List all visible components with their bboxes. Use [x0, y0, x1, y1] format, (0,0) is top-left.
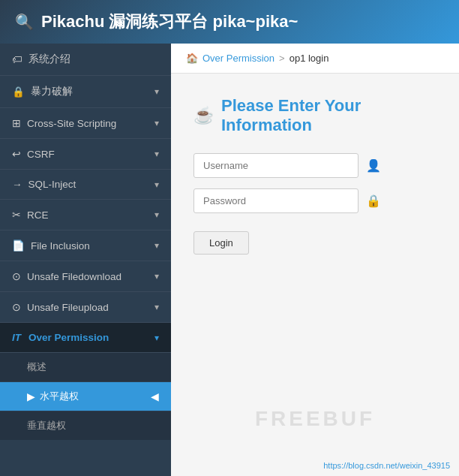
breadcrumb: 🏠 Over Permission > op1 login	[171, 44, 459, 74]
download-icon: ⊙	[12, 270, 21, 282]
chevron-down-icon: ▾	[154, 271, 159, 282]
sidebar-label-overpermission: Over Permission	[28, 332, 109, 343]
sidebar-item-bruteforce[interactable]: 🔒 暴力破解 ▾	[0, 76, 171, 108]
it-permission-icon: IT	[12, 332, 21, 343]
chevron-down-icon: ▾	[154, 302, 159, 312]
username-input[interactable]	[194, 153, 358, 178]
footer-url: https://blog.csdn.net/weixin_43915	[323, 461, 450, 470]
active-arrow-icon: ◀	[151, 390, 159, 402]
sidebar-label-intro: 系统介绍	[28, 53, 70, 66]
lock-icon: 🔒	[366, 194, 381, 208]
lock-icon: 🔒	[12, 86, 25, 98]
breadcrumb-parent[interactable]: Over Permission	[202, 53, 274, 64]
csrf-icon: ↩	[12, 148, 21, 160]
sidebar-sub-menu: 概述 ▶ 水平越权 ◀ 垂直越权	[0, 353, 171, 441]
sidebar-item-csrf[interactable]: ↩ CSRF ▾	[0, 139, 171, 170]
sidebar-label-sqlinject: SQL-Inject	[28, 179, 76, 190]
file-icon: 📄	[12, 240, 25, 252]
app-title: Pikachu 漏洞练习平台 pika~pika~	[41, 11, 298, 33]
breadcrumb-current: op1 login	[290, 53, 329, 64]
app-header: 🔍 Pikachu 漏洞练习平台 pika~pika~	[0, 0, 459, 44]
chevron-down-icon: ▾	[154, 333, 159, 343]
sidebar-item-fileinclusion[interactable]: 📄 File Inclusion ▾	[0, 230, 171, 261]
sidebar-item-unsafedown[interactable]: ⊙ Unsafe Filedownload ▾	[0, 261, 171, 292]
main-layout: 🏷 系统介绍 🔒 暴力破解 ▾ ⊞ Cross-Site Scripting ▾…	[0, 44, 459, 476]
chevron-down-icon: ▾	[154, 209, 159, 220]
sidebar-label-bruteforce: 暴力破解	[31, 85, 73, 98]
sidebar: 🏷 系统介绍 🔒 暴力破解 ▾ ⊞ Cross-Site Scripting ▾…	[0, 44, 171, 476]
breadcrumb-separator: >	[279, 53, 285, 64]
overview-label: 概述	[27, 360, 46, 374]
active-bullet-icon: ▶	[27, 390, 35, 402]
sidebar-item-sqlinject[interactable]: → SQL-Inject ▾	[0, 170, 171, 200]
sidebar-label-rce: RCE	[27, 209, 49, 221]
sidebar-label-unsafeup: Unsafe Fileupload	[27, 302, 109, 313]
sidebar-item-unsafeup[interactable]: ⊙ Unsafe Fileupload ▾	[0, 292, 171, 323]
vertical-label: 垂直越权	[27, 419, 66, 432]
sidebar-item-overpermission[interactable]: IT Over Permission ▾	[0, 323, 171, 353]
sidebar-item-intro[interactable]: 🏷 系统介绍	[0, 44, 171, 76]
sidebar-item-xss[interactable]: ⊞ Cross-Site Scripting ▾	[0, 108, 171, 139]
content-title: ☕ Please Enter Your Information	[194, 96, 436, 135]
horizontal-label: 水平越权	[40, 390, 79, 403]
password-group: 🔒	[194, 188, 436, 213]
home-icon: 🏠	[186, 53, 198, 64]
rce-icon: ✂	[12, 209, 21, 221]
chevron-down-icon: ▾	[154, 179, 159, 190]
sidebar-label-xss: Cross-Site Scripting	[27, 118, 116, 129]
chevron-down-icon: ▾	[154, 149, 159, 159]
chevron-down-icon: ▾	[154, 118, 159, 128]
coffee-icon: ☕	[194, 106, 214, 125]
chevron-down-icon: ▾	[154, 86, 159, 97]
username-group: 👤	[194, 153, 436, 178]
header-icon: 🔍	[15, 13, 34, 31]
sidebar-sub-item-vertical[interactable]: 垂直越权	[0, 411, 171, 441]
sidebar-label-fileinclusion: File Inclusion	[31, 240, 90, 252]
chevron-down-icon: ▾	[154, 240, 159, 251]
sql-icon: →	[12, 179, 22, 190]
tag-icon: 🏷	[12, 54, 22, 65]
sidebar-label-csrf: CSRF	[27, 149, 55, 160]
user-icon: 👤	[366, 158, 381, 173]
main-content: 🏠 Over Permission > op1 login ☕ Please E…	[171, 44, 459, 476]
login-button[interactable]: Login	[194, 231, 249, 255]
content-area: ☕ Please Enter Your Information 👤 🔒 Logi…	[171, 74, 459, 476]
password-input[interactable]	[194, 188, 358, 213]
xss-icon: ⊞	[12, 117, 21, 129]
sidebar-label-unsafedown: Unsafe Filedownload	[27, 271, 122, 282]
sidebar-sub-item-overview[interactable]: 概述	[0, 353, 171, 382]
upload-icon: ⊙	[12, 301, 21, 313]
sidebar-sub-item-horizontal[interactable]: ▶ 水平越权 ◀	[0, 382, 171, 411]
content-title-text: Please Enter Your Information	[221, 96, 436, 135]
sidebar-item-rce[interactable]: ✂ RCE ▾	[0, 200, 171, 230]
